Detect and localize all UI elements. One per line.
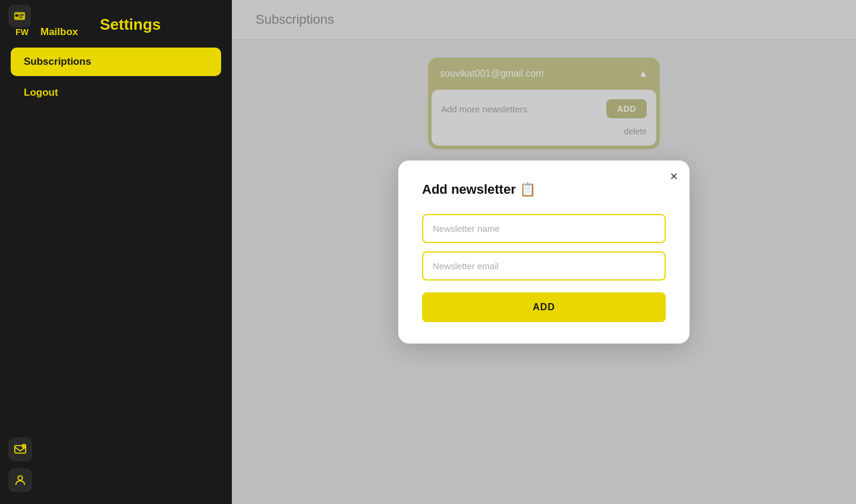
svg-rect-3 [20, 17, 23, 18]
sidebar-title: Settings [100, 15, 161, 34]
newsletter-name-input[interactable] [422, 214, 666, 243]
sidebar-item-subscriptions[interactable]: Subscriptions [11, 48, 221, 76]
modal-overlay: × Add newsletter 📋 ADD [232, 0, 856, 504]
sidebar: Settings FW Mailbox Subscriptions Logout… [0, 0, 232, 504]
sidebar-item-mailbox[interactable]: Mailbox [40, 26, 78, 38]
sidebar-bottom: ! [0, 437, 232, 492]
sidebar-item-logout[interactable]: Logout [11, 78, 221, 107]
add-newsletter-modal: × Add newsletter 📋 ADD [398, 160, 690, 344]
modal-add-button[interactable]: ADD [422, 292, 666, 322]
svg-point-7 [18, 476, 22, 480]
newsletter-email-input[interactable] [422, 251, 666, 281]
modal-title: Add newsletter 📋 [422, 182, 666, 197]
app-logo [8, 5, 31, 27]
mail-icon-button[interactable]: ! [8, 437, 32, 461]
main-content: Subscriptions souvikat001@gmail.com ▲ Ad… [232, 0, 856, 504]
sidebar-nav: Subscriptions Logout [0, 48, 232, 107]
svg-rect-2 [20, 14, 24, 15]
svg-rect-1 [15, 14, 19, 17]
user-initials: FW [11, 27, 33, 37]
modal-close-button[interactable]: × [670, 170, 678, 183]
user-icon-button[interactable] [8, 468, 32, 492]
